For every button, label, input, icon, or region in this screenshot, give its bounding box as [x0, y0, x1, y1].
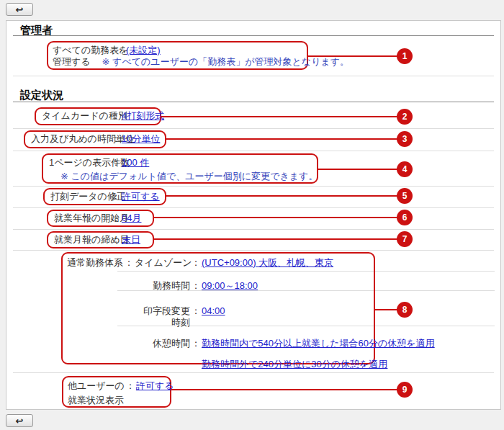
annotation-box-7: 就業月報の締め日 ： 末日	[47, 231, 154, 248]
callout-1: 1	[397, 48, 413, 64]
colon: ：	[110, 191, 122, 202]
break-time-label: 休憩時間	[135, 338, 190, 349]
separator	[13, 76, 494, 76]
back-icon: ↩	[16, 4, 24, 15]
stamp-edit-label: 打刻データの修正	[50, 191, 110, 202]
page-size-note: ※ この値はデフォルト値で、ユーザー個別に変更できます。	[60, 171, 318, 182]
back-icon: ↩	[16, 416, 24, 426]
timezone-link[interactable]: (UTC+09:00) 大阪、札幌、東京	[202, 257, 333, 269]
callout-2: 2	[397, 109, 413, 125]
other-user-label2: 就業状況表示	[68, 395, 124, 406]
separator	[13, 128, 494, 129]
section-title-status: 設定状況	[20, 89, 63, 102]
callout-5: 5	[397, 188, 413, 204]
callout-4: 4	[397, 161, 413, 177]
annotation-box-1: すべての勤務表を ： (未設定) 管理する ※ すべてのユーザーの「勤務表」が管…	[47, 41, 308, 70]
annotation-box-4: 1ページの表示件数 ： 100 件 ※ この値はデフォルト値で、ユーザー個別に変…	[42, 153, 318, 184]
work-hours-link[interactable]: 09:00～18:00	[202, 280, 258, 292]
stamp-edit-link[interactable]: 許可する	[122, 191, 160, 202]
break-rule-1-link[interactable]: 勤務時間内で540分以上就業した場合60分の休憩を適用	[202, 338, 435, 349]
heading-rule	[13, 102, 494, 102]
screen: ↩ 管理者 設定状況 すべての勤務表を ： (未設定) 管理する	[0, 0, 504, 430]
callout-connector	[166, 138, 398, 140]
back-button-bottom[interactable]: ↩	[6, 414, 33, 427]
colon: ：	[110, 133, 122, 145]
annual-start-label: 就業年報の開始月	[54, 212, 110, 224]
colon: ：	[190, 280, 202, 292]
colon: ：	[114, 45, 126, 56]
callout-connector	[166, 195, 398, 197]
monthly-close-link[interactable]: 末日	[122, 234, 140, 246]
colon: ：	[190, 338, 202, 349]
colon: ：	[190, 257, 202, 269]
work-hours-label: 勤務時間	[135, 280, 190, 292]
callout-3: 3	[397, 131, 413, 147]
page-size-link[interactable]: 100 件	[122, 157, 149, 169]
colon: ：	[110, 110, 122, 122]
separator	[13, 372, 494, 373]
annotation-box-3: 入力及び丸めの時間単位 ： 10分単位	[24, 130, 166, 148]
manage-all-label2: 管理する	[53, 56, 91, 68]
callout-connector	[161, 116, 398, 117]
callout-connector	[318, 169, 398, 170]
annotation-box-2: タイムカードの種別 ： 4打刻形式	[35, 107, 161, 125]
separator	[13, 229, 494, 230]
other-user-label: 他ユーザーの	[68, 380, 125, 392]
callout-9: 9	[397, 382, 413, 398]
print-change-label-line1: 印字段変更	[143, 305, 190, 316]
separator	[13, 151, 494, 151]
page-size-label: 1ページの表示件数	[49, 157, 110, 169]
callout-connector	[153, 217, 398, 218]
settings-panel: 管理者 設定状況 すべての勤務表を ： (未設定) 管理する ※ すべてのユ	[6, 20, 501, 410]
separator	[13, 250, 494, 251]
colon: ：	[123, 257, 135, 269]
print-change-link[interactable]: 04:00	[202, 305, 225, 317]
callout-connector	[171, 389, 398, 390]
manage-target-link[interactable]: (未設定)	[126, 45, 161, 56]
colon: ：	[110, 157, 122, 169]
back-button[interactable]: ↩	[6, 3, 33, 16]
timecard-type-link[interactable]: 4打刻形式	[122, 110, 164, 122]
time-unit-link[interactable]: 10分単位	[122, 133, 160, 145]
heading-rule	[13, 35, 494, 36]
work-system-label: 通常勤務体系	[67, 257, 123, 269]
manage-all-note: ※ すべてのユーザーの「勤務表」が管理対象となります。	[102, 56, 349, 68]
manage-all-label: すべての勤務表を	[53, 45, 114, 56]
time-unit-label: 入力及び丸めの時間単位	[31, 133, 110, 145]
callout-7: 7	[397, 231, 413, 247]
other-user-link[interactable]: 許可する	[136, 380, 174, 392]
annotation-box-5: 打刻データの修正 ： 許可する	[43, 188, 166, 205]
callout-connector	[153, 238, 398, 240]
separator	[13, 207, 494, 208]
timezone-label: タイムゾーン	[135, 257, 190, 269]
annotation-box-8: 通常勤務体系 ： タイムゾーン ： (UTC+09:00) 大阪、札幌、東京 勤…	[61, 252, 375, 364]
colon: ：	[110, 234, 122, 246]
break-rule-2-link[interactable]: 勤務時間外で240分単位に30分の休憩を適用	[202, 359, 435, 370]
callout-connector	[374, 309, 398, 310]
monthly-close-label: 就業月報の締め日	[54, 234, 110, 246]
separator	[13, 186, 494, 187]
callout-6: 6	[397, 210, 413, 225]
colon: ：	[125, 380, 136, 392]
print-change-label-line2: 時刻	[171, 317, 190, 328]
colon: ：	[110, 212, 122, 224]
annotation-box-6: 就業年報の開始月 ： 04月	[47, 210, 154, 227]
print-change-label: 印字段変更 時刻	[135, 305, 190, 328]
annotation-box-9: 他ユーザーの ： 許可する 就業状況表示	[62, 376, 171, 408]
timecard-type-label: タイムカードの種別	[42, 110, 110, 122]
annual-start-link[interactable]: 04月	[122, 212, 141, 224]
callout-connector	[307, 55, 398, 57]
callout-8: 8	[397, 302, 413, 318]
colon: ：	[190, 305, 202, 317]
